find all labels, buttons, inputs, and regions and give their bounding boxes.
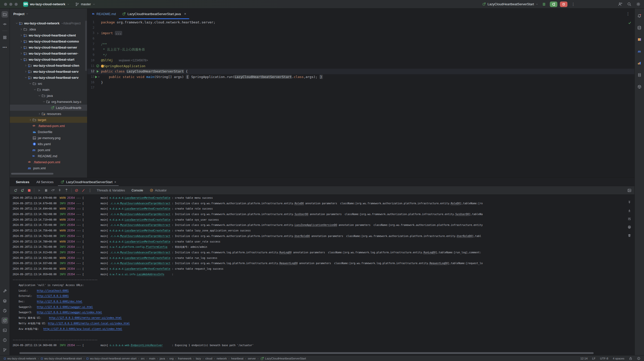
vcs-widget[interactable]: master <box>73 2 97 7</box>
window-controls[interactable] <box>4 3 18 6</box>
chevron-right-icon[interactable] <box>19 40 23 43</box>
log-entity-link[interactable]: RoleDO <box>295 202 304 205</box>
chevron-right-icon[interactable] <box>19 46 23 49</box>
tool-window-button-git-branch[interactable] <box>2 347 8 353</box>
add-user-button[interactable] <box>617 1 623 8</box>
chev-v-icon[interactable] <box>24 76 27 79</box>
chevron-down-icon[interactable] <box>28 82 32 85</box>
log-logger-class[interactable]: MysqlSourceAdvancedTargetAbstract <box>120 202 171 205</box>
run-configuration-widget[interactable]: LazyCloudHeartbeatServerStart <box>482 2 538 6</box>
tab-actuator[interactable]: Actuator <box>147 186 170 194</box>
chevron-down-icon[interactable] <box>42 100 46 103</box>
tool-window-button-plugin-ml[interactable] <box>636 36 643 43</box>
log-logger-class[interactable]: LazyOperationMethodCreateTable <box>125 229 171 232</box>
editor-options-kebab-icon[interactable]: ⋮ <box>626 9 634 19</box>
log-entity-link[interactable]: UserRoleDO <box>295 235 310 237</box>
breadcrumb-item[interactable]: wu-lazy-cloud-heartbeat-start <box>41 357 82 360</box>
tree-item[interactable]: resources <box>10 111 87 117</box>
tab-all-services[interactable]: All Services <box>33 178 57 186</box>
tree-item[interactable]: main <box>10 87 87 93</box>
tree-item[interactable]: wu-lazy-cloud-heartbeat-commo <box>10 38 87 44</box>
chevron-down-icon[interactable] <box>33 88 37 91</box>
tool-window-button-problems[interactable] <box>2 337 8 343</box>
scroll-bottom-button[interactable] <box>626 208 632 214</box>
chevron-down-icon[interactable] <box>15 22 19 25</box>
tool-window-button-terminal[interactable] <box>2 327 8 334</box>
status-widget[interactable]: 4 spaces <box>613 357 624 360</box>
log-entity-link[interactable]: LazyZoneApplicationVersionDO <box>295 224 337 226</box>
chev-v-icon[interactable] <box>15 22 18 25</box>
stop-button[interactable] <box>26 187 32 193</box>
breadcrumb-item[interactable]: cloud <box>205 357 212 360</box>
step-out-button[interactable] <box>63 187 70 193</box>
layout-settings-icon[interactable] <box>627 188 634 192</box>
chevron-right-icon[interactable] <box>19 28 23 31</box>
services-title[interactable]: Services <box>13 178 32 186</box>
code-editor[interactable]: 1package org.framework.lazy.cloud.networ… <box>87 19 634 178</box>
log-logger-class[interactable]: MysqlSourceAdvancedTargetAbstract <box>120 251 171 254</box>
tool-window-button-structure[interactable] <box>2 34 8 41</box>
tree-item[interactable]: wu-lazy-cloud-heartbeat-clien <box>10 62 87 68</box>
maximize-window-button[interactable] <box>15 3 18 6</box>
run-gutter-icon[interactable] <box>97 70 99 73</box>
project-widget[interactable]: WN wu-lazy-cloud-network <box>21 1 72 8</box>
tool-window-button-commit[interactable] <box>2 21 8 27</box>
log-logger-class[interactable]: LazyOperationMethodCreateTable <box>125 207 171 210</box>
console-link[interactable]: http://127.0.0.1:6001 <box>37 295 69 297</box>
editor-tab[interactable]: M↓README.md <box>89 9 119 19</box>
tool-window-button-python[interactable] <box>636 72 643 78</box>
rerun-debug-button[interactable] <box>19 187 25 193</box>
tool-window-button-plugin-charts[interactable] <box>636 60 643 66</box>
log-entity-link[interactable]: RequestLogDO <box>430 262 448 265</box>
tool-window-button-database[interactable] <box>636 24 643 31</box>
status-widget[interactable]: LF <box>592 357 595 360</box>
tree-item[interactable]: k8s.yaml <box>10 141 87 147</box>
log-logger-class[interactable]: PlatformConfig <box>146 246 167 248</box>
chevron-right-icon[interactable] <box>28 118 32 121</box>
tool-window-button-notifications[interactable] <box>636 13 643 19</box>
chevron-right-icon[interactable] <box>37 112 42 115</box>
tree-item[interactable]: Dockerfile <box>10 129 87 135</box>
chev-r-icon[interactable] <box>38 112 41 115</box>
resume-button[interactable] <box>36 187 42 193</box>
console-link[interactable]: http://127.0.0.1:6001/netty-server-ui/in… <box>49 316 122 319</box>
chev-r-icon[interactable] <box>96 32 99 35</box>
project-panel-header[interactable]: Project <box>10 9 87 19</box>
chevron-down-icon[interactable] <box>24 76 28 79</box>
kebab-button[interactable]: ⋮ <box>87 187 93 193</box>
log-entity-link[interactable]: RunLogDO <box>424 251 436 254</box>
chev-v-icon[interactable] <box>38 94 41 97</box>
console-link[interactable]: http://127.0.0.1:6001/netty-client-local… <box>48 322 130 325</box>
editor-tab[interactable]: LazyCloudHeartbeatServerStart.java× <box>119 9 189 19</box>
tool-window-button-build[interactable] <box>2 288 8 294</box>
tool-window-button-maven[interactable]: m <box>636 48 643 55</box>
scroll-top-button[interactable] <box>626 199 632 205</box>
chevron-right-icon[interactable] <box>24 64 28 67</box>
tree-item[interactable]: M↓README.md <box>10 153 87 159</box>
lock-icon[interactable] <box>629 357 632 360</box>
tab-threads-variables[interactable]: Threads & Variables <box>94 186 128 194</box>
log-entity-link[interactable]: SysUserDO <box>455 213 469 216</box>
breadcrumb-item[interactable]: java <box>160 357 165 360</box>
mute-breakpoints-button[interactable] <box>73 187 80 193</box>
clear-button[interactable] <box>626 232 632 238</box>
log-logger-class[interactable]: MysqlSourceAdvancedTargetAbstract <box>120 235 171 237</box>
console-horizontal-scrollbar[interactable] <box>19 352 594 354</box>
breadcrumb-item[interactable]: main <box>149 357 155 360</box>
tree-item[interactable]: org.framework.lazy.c <box>10 99 87 105</box>
tool-window-button-dependencies[interactable] <box>636 84 643 90</box>
chev-r-icon[interactable] <box>20 52 23 55</box>
step-over-button[interactable] <box>50 187 56 193</box>
chev-v-icon[interactable] <box>43 100 45 103</box>
status-widget[interactable]: UTF-8 <box>600 357 608 360</box>
minimize-window-button[interactable] <box>9 3 12 6</box>
chev-v-icon[interactable] <box>33 88 36 91</box>
log-logger-class[interactable]: LazyOperationMethodCreateTable <box>125 218 171 221</box>
breadcrumb-item[interactable]: src <box>141 357 145 360</box>
step-into-button[interactable] <box>56 187 63 193</box>
tree-item[interactable]: wu-lazy-cloud-heartbeat-serv <box>10 74 87 81</box>
chev-v-icon[interactable] <box>20 58 23 61</box>
tree-item[interactable]: wu-lazy-cloud-heartbeat-server <box>10 44 87 50</box>
log-entity-link[interactable]: RunLogDO <box>280 251 292 254</box>
tree-item[interactable]: </>.flattened-pom.xml <box>10 123 87 129</box>
